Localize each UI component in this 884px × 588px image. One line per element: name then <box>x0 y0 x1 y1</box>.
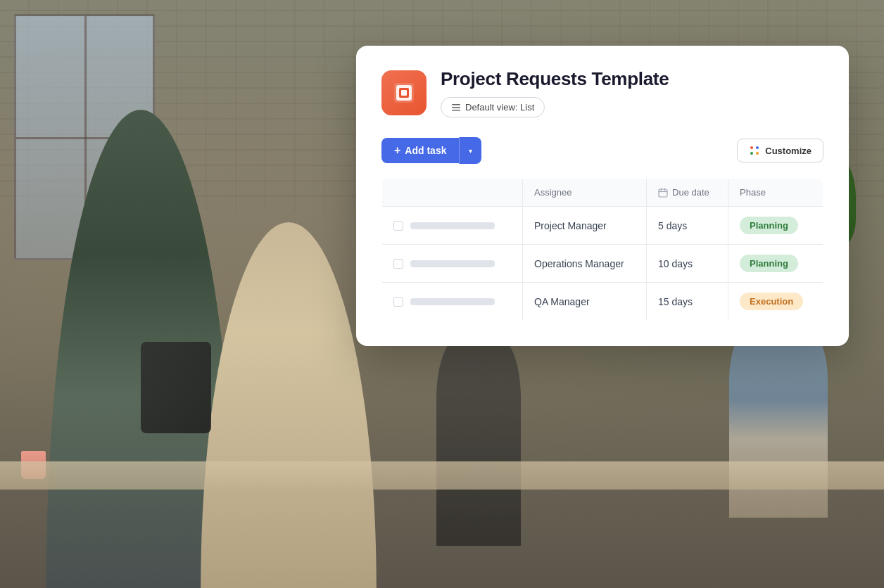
person-background-left <box>436 335 521 546</box>
th-phase-label: Phase <box>740 187 766 198</box>
add-task-button[interactable]: + Add task <box>381 138 459 163</box>
list-icon <box>451 103 461 113</box>
assignee-3: QA Manager <box>534 296 590 307</box>
due-date-3: 15 days <box>658 296 693 307</box>
plus-icon: + <box>394 144 400 157</box>
th-due-date-label: Due date <box>672 187 709 198</box>
td-task-2 <box>382 245 523 283</box>
svg-point-9 <box>750 152 753 155</box>
assignee-1: Project Manager <box>534 220 607 231</box>
svg-point-10 <box>756 152 759 155</box>
customize-button[interactable]: Customize <box>737 139 823 162</box>
task-name-cell-1 <box>393 221 511 231</box>
svg-rect-11 <box>659 189 667 197</box>
phase-badge-3: Execution <box>740 293 803 310</box>
td-assignee-3: QA Manager <box>523 283 647 321</box>
svg-point-7 <box>750 146 753 149</box>
task-table: Assignee Due date <box>381 178 823 321</box>
td-due-date-2: 10 days <box>647 245 728 283</box>
assignee-2: Operations Manager <box>534 258 624 269</box>
table-row: Project Manager 5 days Planning <box>382 207 823 245</box>
toolbar: + Add task ▾ Customize <box>381 137 823 164</box>
add-task-group: + Add task ▾ <box>381 137 481 164</box>
td-phase-3: Execution <box>728 283 823 321</box>
th-assignee-label: Assignee <box>534 187 572 198</box>
td-phase-2: Planning <box>728 245 823 283</box>
table-row: Operations Manager 10 days Planning <box>382 245 823 283</box>
td-task-1 <box>382 207 523 245</box>
app-icon-svg <box>391 80 417 106</box>
app-icon <box>381 70 427 115</box>
task-checkbox-1[interactable] <box>393 221 403 231</box>
task-name-cell-3 <box>393 297 511 307</box>
svg-rect-6 <box>452 110 460 111</box>
card-header: Project Requests Template Default view: … <box>381 68 823 117</box>
add-task-label: Add task <box>405 145 446 156</box>
task-name-cell-2 <box>393 259 511 269</box>
table-header: Assignee Due date <box>382 179 823 207</box>
td-due-date-1: 5 days <box>647 207 728 245</box>
due-date-header: Due date <box>658 187 716 198</box>
th-due-date: Due date <box>647 179 728 207</box>
card-title: Project Requests Template <box>441 68 669 90</box>
card-title-area: Project Requests Template Default view: … <box>441 68 669 117</box>
table-body: Project Manager 5 days Planning <box>382 207 823 321</box>
calendar-icon <box>658 188 668 198</box>
th-assignee: Assignee <box>523 179 647 207</box>
th-phase: Phase <box>728 179 823 207</box>
default-view-button[interactable]: Default view: List <box>441 97 545 117</box>
chevron-down-icon: ▾ <box>469 147 472 155</box>
counter-surface <box>0 461 884 490</box>
svg-point-8 <box>756 146 759 149</box>
default-view-label: Default view: List <box>465 102 534 113</box>
svg-rect-3 <box>401 90 407 96</box>
td-phase-1: Planning <box>728 207 823 245</box>
table-row: QA Manager 15 days Execution <box>382 283 823 321</box>
task-checkbox-2[interactable] <box>393 259 403 269</box>
td-task-3 <box>382 283 523 321</box>
td-assignee-2: Operations Manager <box>523 245 647 283</box>
td-assignee-1: Project Manager <box>523 207 647 245</box>
customize-icon <box>749 145 760 156</box>
task-name-placeholder-1 <box>410 222 495 229</box>
due-date-2: 10 days <box>658 258 693 269</box>
project-requests-card: Project Requests Template Default view: … <box>356 46 849 346</box>
table-header-row: Assignee Due date <box>382 179 823 207</box>
customize-label: Customize <box>765 146 812 156</box>
tablet-prop <box>141 342 211 433</box>
phase-badge-2: Planning <box>740 255 798 272</box>
task-checkbox-3[interactable] <box>393 297 403 307</box>
td-due-date-3: 15 days <box>647 283 728 321</box>
th-task <box>382 179 523 207</box>
due-date-1: 5 days <box>658 220 687 231</box>
phase-badge-1: Planning <box>740 217 798 234</box>
svg-rect-5 <box>452 107 460 108</box>
task-name-placeholder-3 <box>410 298 495 305</box>
add-task-dropdown-button[interactable]: ▾ <box>459 137 481 164</box>
task-name-placeholder-2 <box>410 260 495 267</box>
svg-rect-4 <box>452 104 460 106</box>
